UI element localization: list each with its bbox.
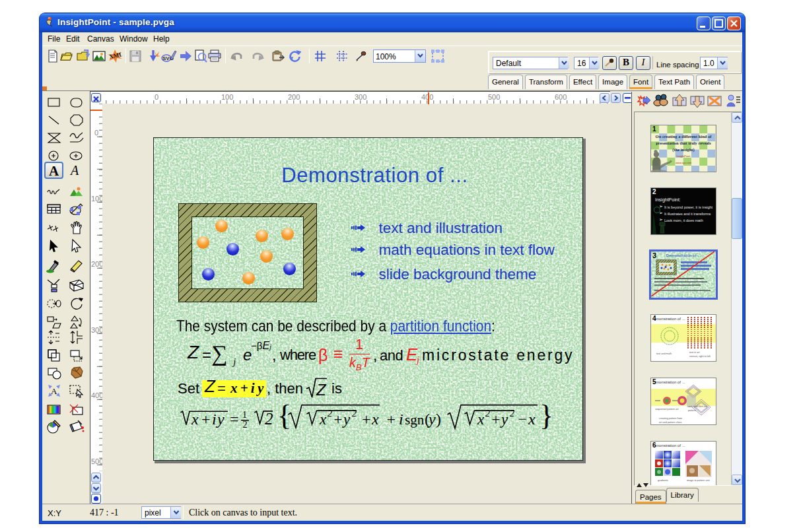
svg-text:i: i — [399, 411, 403, 428]
svg-text:+: + — [387, 411, 396, 428]
svg-text:+: + — [201, 411, 211, 428]
svg-text:+: + — [334, 411, 343, 428]
svg-text:+: + — [492, 411, 501, 428]
svg-text:A: A — [51, 386, 57, 396]
svg-text:2: 2 — [243, 420, 248, 430]
svg-text:x: x — [319, 411, 327, 428]
svg-text:y: y — [216, 411, 225, 428]
svg-text:2: 2 — [352, 409, 357, 418]
svg-text:2: 2 — [265, 410, 273, 428]
svg-text:y: y — [500, 411, 508, 428]
svg-text:x: x — [528, 411, 536, 428]
svg-text:x: x — [371, 411, 379, 428]
svg-text:A: A — [69, 163, 79, 178]
svg-text:i: i — [212, 411, 217, 428]
svg-text:sgn: sgn — [405, 412, 425, 428]
svg-text:x: x — [477, 411, 485, 428]
svg-text:+: + — [362, 411, 371, 428]
svg-text:1: 1 — [242, 410, 247, 420]
svg-text:2: 2 — [485, 409, 490, 418]
svg-text:{: { — [277, 399, 291, 432]
svg-text:}: } — [539, 399, 553, 432]
svg-text:): ) — [436, 411, 441, 428]
svg-text:Z: Z — [316, 381, 327, 399]
svg-text:=: = — [230, 411, 239, 428]
svg-text:−: − — [518, 411, 528, 428]
svg-text:y: y — [427, 411, 436, 428]
svg-text:2: 2 — [510, 409, 514, 418]
svg-text:2: 2 — [328, 409, 332, 418]
svg-text:XML: XML — [108, 51, 122, 60]
svg-text:y: y — [342, 411, 351, 428]
svg-text:x: x — [191, 411, 199, 428]
